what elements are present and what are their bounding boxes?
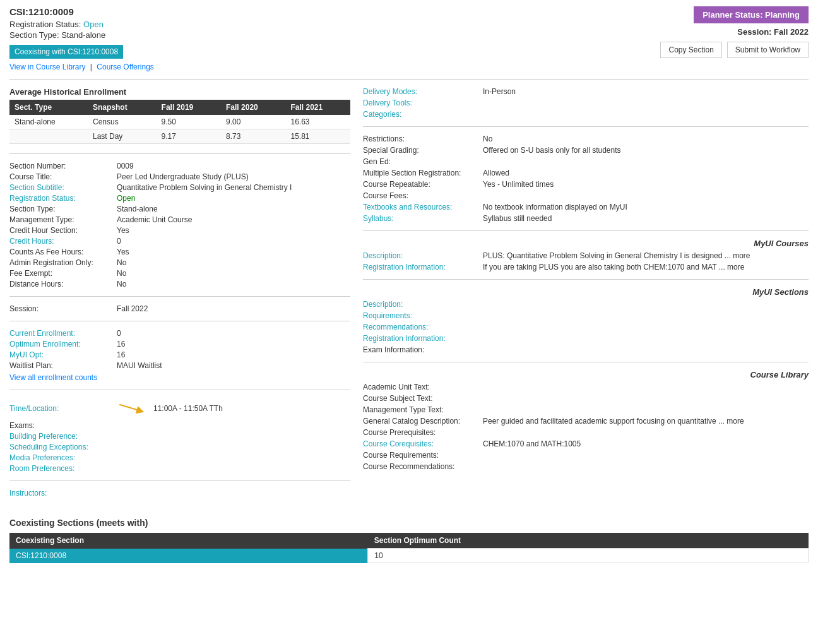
sect-type-cell2: [9, 129, 88, 144]
reg-info-myui-row: Registration Information: If you are tak…: [363, 263, 809, 271]
general-catalog-value: Peer guided and facilitated academic sup…: [483, 417, 809, 426]
multiple-section-row: Multiple Section Registration: Allowed: [363, 169, 809, 177]
exams-row: Exams:: [9, 421, 350, 430]
submit-workflow-button[interactable]: Submit to Workflow: [727, 42, 809, 58]
waitlist-plan-row: Waitlist Plan: MAUI Waitlist: [9, 361, 350, 370]
view-enrollment-link[interactable]: View all enrollment counts: [9, 373, 350, 382]
table-row: CSI:1210:0008 10: [9, 549, 809, 563]
textbooks-value: No textbook information displayed on MyU…: [483, 203, 809, 212]
media-preferences-label: Media Preferences:: [9, 453, 117, 462]
course-fees-row: Course Fees:: [363, 191, 809, 200]
session-label: Session: Fall 2022: [660, 27, 809, 37]
delivery-modes-value: In-Person: [483, 87, 809, 96]
delivery-tools-row: Delivery Tools:: [363, 98, 809, 107]
section-type-line: Section Type: Stand-alone: [9, 30, 154, 40]
academic-unit-text-label: Academic Unit Text:: [363, 383, 483, 391]
fall2019-cell2: 9.17: [157, 129, 221, 144]
section-details: Section Number: 0009 Course Title: Peer …: [9, 162, 350, 289]
recommendations-row: Recommendations:: [363, 323, 809, 331]
waitlist-plan-value: MAUI Waitlist: [117, 361, 162, 370]
section-number-value: 0009: [117, 162, 134, 170]
enrollment-counts-section: Current Enrollment: 0 Optimum Enrollment…: [9, 329, 350, 382]
current-enrollment-row: Current Enrollment: 0: [9, 329, 350, 338]
categories-label: Categories:: [363, 110, 483, 119]
media-preferences-row: Media Preferences:: [9, 453, 350, 462]
fee-exempt-row: Fee Exempt: No: [9, 269, 350, 278]
left-column: Average Historical Enrollment Sect. Type…: [9, 87, 350, 505]
col-header-snapshot: Snapshot: [88, 100, 157, 115]
special-grading-label: Special Grading:: [363, 146, 483, 155]
academic-unit-text-row: Academic Unit Text:: [363, 383, 809, 391]
reg-status-detail-value: Open: [117, 194, 135, 203]
session-detail-label: Session:: [9, 304, 117, 313]
textbooks-label: Textbooks and Resources:: [363, 203, 483, 212]
management-type-row: Management Type: Academic Unit Course: [9, 215, 350, 224]
syllabus-value: Syllabus still needed: [483, 214, 809, 223]
reg-info-myui-label: Registration Information:: [363, 263, 483, 271]
course-recommendations-label: Course Recommendations:: [363, 462, 483, 471]
session-row: Session: Fall 2022: [9, 304, 350, 313]
delivery-tools-label: Delivery Tools:: [363, 98, 483, 107]
view-links: View in Course Library | Course Offering…: [9, 63, 154, 71]
col-header-sect-type: Sect. Type: [9, 100, 88, 115]
right-column: Delivery Modes: In-Person Delivery Tools…: [363, 87, 809, 505]
current-enrollment-label: Current Enrollment:: [9, 329, 117, 338]
coexisting-badge[interactable]: Coexisting with CSI:1210:0008: [9, 45, 123, 59]
coex-col-section: Coexisting Section: [9, 533, 368, 549]
col-header-fall2019: Fall 2019: [157, 100, 221, 115]
counts-fee-row: Counts As Fee Hours: Yes: [9, 247, 350, 256]
reg-info-myui-value: If you are taking PLUS you are also taki…: [483, 263, 809, 271]
section-type-detail-label: Section Type:: [9, 205, 117, 213]
course-title-row: Course Title: Peer Led Undergraduate Stu…: [9, 172, 350, 181]
myui-opt-value: 16: [117, 350, 125, 359]
session-detail-value: Fall 2022: [117, 304, 148, 313]
credit-hours-row: Credit Hours: 0: [9, 237, 350, 246]
course-library-header: Course Library: [363, 370, 809, 379]
course-corequisites-label: Course Corequisites:: [363, 439, 483, 448]
planner-status-badge: Planner Status: Planning: [694, 6, 809, 23]
enrollment-table: Sect. Type Snapshot Fall 2019 Fall 2020 …: [9, 100, 350, 144]
course-offerings-link[interactable]: Course Offerings: [97, 63, 154, 71]
course-requirements-label: Course Requirements:: [363, 451, 483, 460]
arrow-icon: [117, 398, 148, 419]
scheduling-exceptions-label: Scheduling Exceptions:: [9, 443, 117, 451]
management-type-value: Academic Unit Course: [117, 215, 192, 224]
management-type-text-label: Management Type Text:: [363, 405, 483, 414]
optimum-enrollment-row: Optimum Enrollment: 16: [9, 340, 350, 349]
credit-hour-section-label: Credit Hour Section:: [9, 226, 117, 235]
requirements-label: Requirements:: [363, 311, 483, 320]
course-corequisites-value: CHEM:1070 and MATH:1005: [483, 439, 809, 448]
myui-sections-section: Description: Requirements: Recommendatio…: [363, 300, 809, 354]
syllabus-label: Syllabus:: [363, 214, 483, 223]
reg-status-row: Registration Status: Open: [9, 194, 350, 203]
coex-count-cell: 10: [368, 549, 809, 563]
description-myui-label: Description:: [363, 251, 483, 260]
room-preferences-row: Room Preferences:: [9, 464, 350, 473]
optimum-enrollment-value: 16: [117, 340, 125, 349]
view-course-library-link[interactable]: View in Course Library: [9, 63, 86, 71]
sect-type-cell: Stand-alone: [9, 115, 88, 129]
page-info-left: CSI:1210:0009 Registration Status: Open …: [9, 6, 154, 71]
course-recommendations-row: Course Recommendations:: [363, 462, 809, 471]
table-row: Last Day 9.17 8.73 15.81: [9, 129, 350, 144]
requirements-row: Requirements:: [363, 311, 809, 320]
myui-courses-section: Description: PLUS: Quantitative Problem …: [363, 251, 809, 271]
coexisting-sections: Coexisting Sections (meets with) Coexist…: [9, 518, 809, 563]
page-title: CSI:1210:0009: [9, 6, 154, 17]
section-number-label: Section Number:: [9, 162, 117, 170]
course-title-value: Peer Led Undergraduate Study (PLUS): [117, 172, 249, 181]
optimum-enrollment-label: Optimum Enrollment:: [9, 340, 117, 349]
course-prerequisites-row: Course Prerequisites:: [363, 428, 809, 437]
restrictions-row: Restrictions: No: [363, 134, 809, 143]
delivery-section: Delivery Modes: In-Person Delivery Tools…: [363, 87, 809, 119]
myui-sections-header: MyUI Sections: [363, 287, 809, 297]
section-number-row: Section Number: 0009: [9, 162, 350, 170]
section-type-detail-value: Stand-alone: [117, 205, 158, 213]
snapshot-cell2: Last Day: [88, 129, 157, 144]
section-type-value: Stand-alone: [61, 30, 105, 40]
fall2021-cell2: 15.81: [286, 129, 351, 144]
gen-ed-row: Gen Ed:: [363, 157, 809, 166]
copy-section-button[interactable]: Copy Section: [660, 42, 721, 58]
enrollment-section: Average Historical Enrollment Sect. Type…: [9, 87, 350, 144]
management-type-label: Management Type:: [9, 215, 117, 224]
